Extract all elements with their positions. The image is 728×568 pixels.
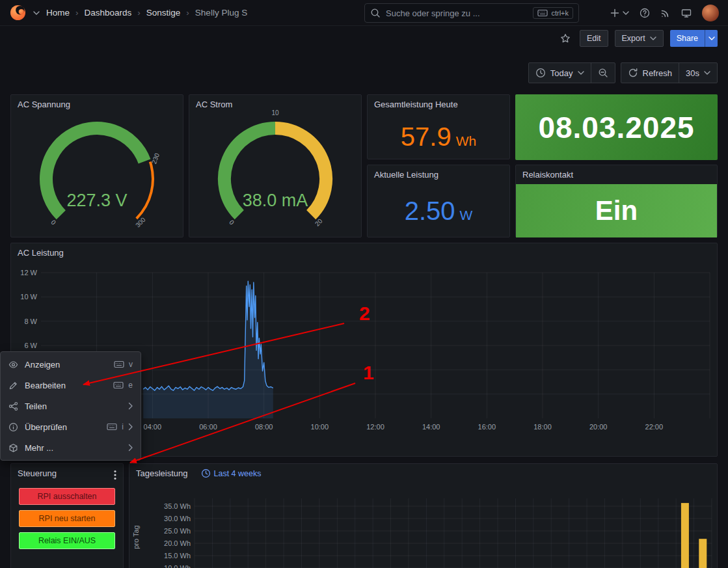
svg-text:10:00: 10:00 xyxy=(311,423,329,431)
news-button[interactable] xyxy=(660,8,671,18)
panel-title[interactable]: Gesamtleistung Heute xyxy=(368,95,465,114)
panel-title[interactable]: AC Leistung xyxy=(11,243,70,262)
refresh-group: Refresh 30s xyxy=(621,62,718,83)
panel-relaiskontakt: Relaiskontakt Ein xyxy=(515,165,718,237)
grafana-dashboard-page: { "colors": { "accent_orange": "#ff780a"… xyxy=(0,0,728,568)
svg-text:12:00: 12:00 xyxy=(366,423,384,431)
panel-ac-strom: AC Strom 0102038.0 mA xyxy=(189,94,362,237)
help-icon xyxy=(640,8,650,18)
svg-text:06:00: 06:00 xyxy=(199,423,217,431)
panel-title[interactable]: Aktuelle Leistung xyxy=(368,165,445,184)
ac-strom-gauge: 0102038.0 mA xyxy=(189,114,361,237)
svg-text:30.0 Wh: 30.0 Wh xyxy=(164,515,191,522)
breadcrumb-separator-icon xyxy=(75,8,79,18)
relais-ein-aus-button[interactable]: Relais EIN/AUS xyxy=(19,532,115,549)
svg-text:227.3 V: 227.3 V xyxy=(66,191,127,210)
share-dropdown-button[interactable] xyxy=(705,30,718,47)
stat-unit: W xyxy=(460,208,473,223)
grafana-logo[interactable] xyxy=(9,4,27,21)
breadcrumb-separator-icon xyxy=(137,8,141,18)
time-range-group: Today xyxy=(528,62,615,83)
pencil-icon xyxy=(8,381,18,390)
panel-title[interactable]: Tagesleistung xyxy=(136,468,188,478)
svg-text:25.0 Wh: 25.0 Wh xyxy=(164,527,191,535)
menu-item-mehr[interactable]: Mehr ... xyxy=(1,437,141,458)
search-input[interactable] xyxy=(386,8,528,18)
svg-text:20.0 Wh: 20.0 Wh xyxy=(164,539,191,547)
breadcrumb-item-dashboards[interactable]: Dashboards xyxy=(85,8,132,18)
menu-item-bearbeiten[interactable]: Bearbeiten e xyxy=(1,375,141,396)
svg-text:04:00: 04:00 xyxy=(144,423,162,431)
svg-text:pro Tag: pro Tag xyxy=(132,525,140,549)
stat-value: 2.50 xyxy=(405,196,455,226)
menu-item-teilen[interactable]: Teilen xyxy=(1,396,141,416)
favorite-button[interactable] xyxy=(558,31,573,46)
menu-item-ueberpruefen[interactable]: Überprüfen i xyxy=(1,416,141,437)
clock-icon xyxy=(535,68,546,78)
svg-text:35.0 Wh: 35.0 Wh xyxy=(164,502,191,510)
ac-spannung-gauge: 0230300227.3 V xyxy=(11,114,183,237)
clock-icon xyxy=(201,468,211,478)
panel-ac-spannung: AC Spannung 0230300227.3 V xyxy=(10,94,183,237)
search-shortcut-hint: ctrl+k xyxy=(533,7,573,19)
svg-text:8 W: 8 W xyxy=(24,318,37,325)
shortcut-key: e xyxy=(128,381,133,390)
panel-datum: 08.03.2025 xyxy=(515,94,718,160)
search-box[interactable]: ctrl+k xyxy=(364,3,579,23)
breadcrumb-item-folder[interactable]: Sonstige xyxy=(146,8,181,18)
zoom-out-icon xyxy=(598,68,608,78)
chevron-down-icon xyxy=(650,36,656,40)
dashboard-actions-bar: Edit Export Share xyxy=(0,26,728,51)
eye-icon xyxy=(8,360,18,370)
export-button[interactable]: Export xyxy=(615,30,664,47)
panel-menu-button[interactable] xyxy=(111,468,119,483)
panel-title[interactable]: AC Spannung xyxy=(11,95,77,114)
help-button[interactable] xyxy=(640,8,650,18)
search-icon xyxy=(370,8,381,18)
breadcrumb-separator-icon xyxy=(186,8,189,18)
menu-item-anzeigen[interactable]: Anzeigen v xyxy=(1,354,141,375)
svg-text:12 W: 12 W xyxy=(20,269,37,277)
refresh-interval-picker[interactable]: 30s xyxy=(679,63,717,83)
plus-icon xyxy=(610,8,620,18)
svg-text:6 W: 6 W xyxy=(24,342,37,349)
breadcrumb-item-home[interactable]: Home xyxy=(46,8,70,18)
new-button[interactable] xyxy=(610,8,629,18)
time-range-picker[interactable]: Today xyxy=(529,63,591,83)
share-button[interactable]: Share xyxy=(670,30,705,47)
rpi-ausschalten-button[interactable]: RPI ausschalten xyxy=(19,488,115,505)
panel-title[interactable]: Steuerung xyxy=(11,464,63,483)
panel-title[interactable]: Relaiskontakt xyxy=(516,165,580,184)
tagesleistung-bar-chart[interactable]: 35.0 Wh30.0 Wh25.0 Wh20.0 Wh15.0 Wh10.0 … xyxy=(129,486,713,568)
edit-button[interactable]: Edit xyxy=(580,30,608,47)
svg-text:10.0 Wh: 10.0 Wh xyxy=(164,564,191,568)
zoom-out-button[interactable] xyxy=(591,63,615,83)
svg-text:0: 0 xyxy=(228,219,236,226)
nav-right-actions xyxy=(610,5,719,21)
org-switcher-chevron-icon[interactable] xyxy=(33,11,40,15)
svg-text:38.0 mA: 38.0 mA xyxy=(243,191,308,210)
stat-unit: Wh xyxy=(456,133,477,149)
refresh-button[interactable]: Refresh xyxy=(621,63,679,83)
kebab-icon xyxy=(114,470,116,480)
cube-icon xyxy=(8,443,18,453)
panel-steuerung: Steuerung RPI ausschalten RPI neu starte… xyxy=(10,463,124,568)
panel-title[interactable]: AC Strom xyxy=(189,95,239,114)
user-avatar[interactable] xyxy=(702,5,719,21)
svg-text:10 W: 10 W xyxy=(20,293,37,301)
keyboard-icon xyxy=(114,360,124,368)
svg-text:20:00: 20:00 xyxy=(589,423,608,431)
display-button[interactable] xyxy=(681,8,692,18)
refresh-icon xyxy=(628,68,638,78)
svg-text:14:00: 14:00 xyxy=(422,423,440,431)
monitor-icon xyxy=(681,8,692,18)
breadcrumb-item-current: Shelly Plug S xyxy=(195,8,247,18)
time-range-link[interactable]: Last 4 weeks xyxy=(201,468,262,478)
panel-tagesleistung: Tagesleistung Last 4 weeks 35.0 Wh30.0 W… xyxy=(129,463,718,568)
rpi-neu-starten-button[interactable]: RPI neu starten xyxy=(19,510,115,527)
share-split-button: Share xyxy=(670,30,718,47)
keyboard-icon xyxy=(537,9,548,17)
svg-text:22:00: 22:00 xyxy=(645,423,664,431)
panel-gesamtleistung: Gesamtleistung Heute 57.9 Wh xyxy=(367,94,510,159)
date-value: 08.03.2025 xyxy=(515,94,718,160)
